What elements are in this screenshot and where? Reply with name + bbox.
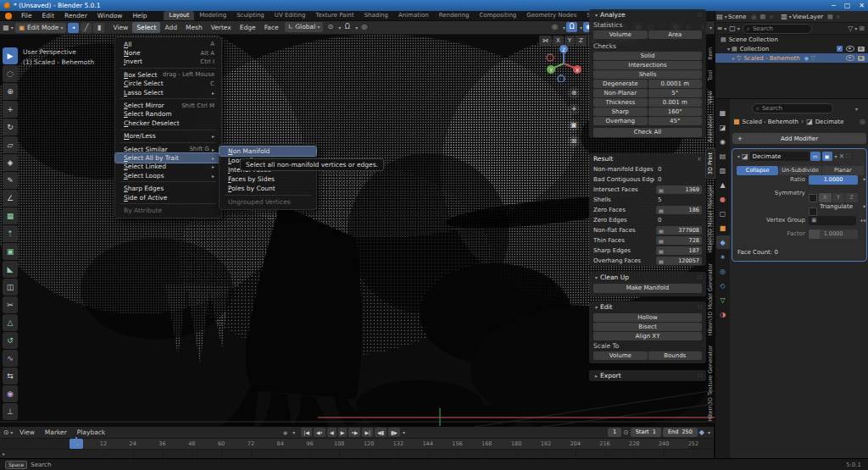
menu-item-checker-deselect[interactable]: Checker Deselect [115, 119, 221, 127]
filter-icon[interactable]: ▽▾ [848, 25, 857, 32]
menu-item-poles-by-count[interactable]: Poles by Count [220, 184, 316, 193]
triangulate-checkbox[interactable] [809, 207, 817, 216]
menu-help[interactable]: Help [127, 11, 152, 21]
modifier-badge-icon[interactable]: ◆ [804, 55, 809, 62]
viewport-menu-add[interactable]: Add [160, 22, 181, 33]
transform-tool[interactable]: ◈ [3, 154, 18, 171]
scale-volume-button[interactable]: Volume [593, 351, 648, 360]
select-circle-tool[interactable]: ◌ [3, 65, 18, 82]
output-properties-icon[interactable]: ▤ [716, 149, 730, 163]
select-result-button-intersect-faces[interactable]: ▤1369 [656, 185, 702, 194]
symmetry-axis-z[interactable]: Z [845, 193, 858, 202]
menu-item-sharp-edges[interactable]: Sharp Edges [115, 184, 221, 192]
breadcrumb-modifier[interactable]: Decimate [815, 119, 844, 125]
new-collection-icon[interactable]: ⊞ [859, 25, 865, 32]
menu-item-side-of-active[interactable]: Side of Active [115, 193, 221, 202]
jump-to-keyframe-prev-button[interactable]: ◀• [314, 428, 326, 437]
breadcrumb-object[interactable]: Scaled - Behemoth [743, 119, 798, 125]
panel-grip-icon[interactable]: ∷ [698, 272, 702, 283]
proportional-editing-icon[interactable]: ◎ [359, 22, 370, 32]
mesh-data-icon[interactable]: ▽ [810, 55, 815, 62]
measure-tool[interactable]: ∠ [3, 190, 18, 207]
outliner-editor-icon[interactable]: ▤▾ [716, 13, 727, 21]
proportional-falloff-icon[interactable]: ◎ [549, 22, 560, 32]
modifier-name-input[interactable]: Decimate [750, 152, 810, 161]
decimate-mode-collapse[interactable]: Collapse [737, 166, 778, 175]
menu-item-select-mirror[interactable]: Select MirrorShift Ctrl M [115, 101, 221, 109]
display-mode-icon[interactable]: ≡▾ [716, 25, 727, 33]
menu-edit[interactable]: Edit [37, 11, 60, 21]
solid-check-button[interactable]: Solid [593, 52, 702, 60]
constraint-properties-icon[interactable]: ◇ [716, 279, 730, 292]
select-box-tool[interactable]: ▶ [3, 47, 18, 64]
symmetry-axis-x[interactable]: X [819, 193, 832, 202]
pin-icon[interactable]: ◎ [860, 118, 865, 125]
panel-grip-icon[interactable]: ∷ [698, 9, 702, 20]
editor-type-icon[interactable]: ▦ [716, 106, 730, 119]
cursor-tool[interactable]: ⊕ [3, 83, 18, 100]
expand-icon[interactable]: ▾ [727, 46, 730, 52]
close-button[interactable]: ✕ [859, 2, 865, 9]
jump-to-end-button[interactable]: ▶| [362, 428, 373, 437]
inset-faces-tool[interactable]: ▣ [3, 243, 18, 260]
vertex-group-input[interactable]: ▣ [809, 216, 856, 225]
workspace-tab-shading[interactable]: Shading [359, 11, 393, 20]
drag-handle-icon[interactable]: ∷ [846, 152, 850, 160]
title-bar[interactable]: * (Unsaved) - Blender 5.0.1 ─ ▢ ✕ [0, 0, 868, 11]
result-close-icon[interactable]: × [697, 153, 702, 164]
snap-magnet-icon[interactable]: Ω [566, 22, 577, 32]
current-frame-field[interactable]: 1 [608, 428, 621, 437]
workspace-tab-compositing[interactable]: Compositing [474, 11, 521, 20]
viewlayer-icon[interactable]: ▥▾ [781, 13, 792, 21]
viewport-menu-mesh[interactable]: Mesh [181, 22, 207, 33]
timeline-ruler[interactable]: 1 12243648607284961081201321441561681801… [0, 439, 714, 449]
camera-view-icon[interactable]: ▣ [568, 119, 580, 131]
workspace-tab-geometry-nodes[interactable]: Geometry Nodes [521, 11, 581, 20]
copy-icon[interactable]: ▤ [827, 14, 833, 20]
threshold-value-thickness[interactable]: 0.001 m [648, 98, 703, 107]
rotate-tool[interactable]: ↻ [3, 119, 18, 135]
face-select-mode-button[interactable]: ▮ [93, 23, 104, 33]
collection-properties-icon[interactable]: ▢ [716, 207, 730, 220]
add-cube-tool[interactable]: ▦ [3, 207, 18, 224]
transform-orientation-dropdown[interactable]: ∟ Global▾ [285, 22, 323, 32]
poly-build-tool[interactable]: △ [3, 314, 18, 331]
shrink-fatten-tool[interactable]: ◉ [3, 385, 18, 402]
sidebar-tab-hitem3d-model-manager[interactable]: Hitem3D Model Manager [706, 181, 715, 257]
pin-icon[interactable]: ◎ [751, 14, 756, 20]
disable-render-icon[interactable] [858, 56, 865, 61]
play-reverse-button[interactable]: ◀ [327, 428, 337, 437]
outliner-search-input[interactable]: ⌕ Search [743, 24, 812, 34]
play-button[interactable]: ▶ [338, 428, 348, 437]
render-toggle-icon[interactable]: ▣ [822, 152, 832, 161]
workspace-tab-rendering[interactable]: Rendering [434, 11, 475, 20]
filter-dropdown-icon[interactable]: ▾ [855, 106, 858, 112]
material-properties-icon[interactable]: ◑ [716, 307, 730, 321]
menu-item-select-loops[interactable]: Select Loops▸ [115, 171, 221, 180]
edge-slide-tool[interactable]: ⇆ [3, 368, 18, 384]
timeline-menu-view[interactable]: View [14, 428, 40, 438]
sidebar-tab-tool[interactable]: Tool [706, 67, 715, 85]
panel-grip-icon[interactable]: ∷ [698, 370, 702, 381]
threshold-label-overhang[interactable]: Overhang [593, 117, 648, 125]
select-result-button-overhang-faces[interactable]: ▤120057 [656, 257, 702, 265]
bevel-tool[interactable]: ◣ [3, 261, 18, 278]
maximize-button[interactable]: ▢ [844, 2, 851, 9]
sidebar-tab-hitem3d-texture-generator[interactable]: Hitem3D Texture Generator [706, 342, 715, 425]
view-layer-properties-icon[interactable]: ▥ [716, 163, 730, 177]
scale-tool[interactable]: ▱ [3, 136, 18, 153]
physics-properties-icon[interactable]: ◎ [716, 264, 730, 278]
mode-dropdown[interactable]: ▣ Edit Mode▾ [15, 23, 66, 33]
menu-item-box-select[interactable]: Box Selectdrag - Left Mouse [115, 70, 221, 79]
properties-search-input[interactable]: ⌕ Search [752, 103, 833, 113]
close-modifier-icon[interactable]: × [839, 152, 845, 160]
smooth-tool[interactable]: ∿ [3, 350, 18, 367]
workspace-tab-sculpting[interactable]: Sculpting [231, 11, 270, 20]
align-xy-button[interactable]: Align XY [593, 332, 702, 340]
viewport-menu-select[interactable]: Select [132, 22, 160, 33]
threshold-label-non-planar[interactable]: Non-Planar [593, 89, 648, 97]
menu-item-invert[interactable]: InvertCtrl I [115, 58, 221, 66]
add-modifier-button[interactable]: + Add Modifier [732, 133, 866, 144]
minimize-button[interactable]: ─ [832, 2, 836, 9]
factor-slider[interactable]: 1.0000 [809, 229, 858, 239]
